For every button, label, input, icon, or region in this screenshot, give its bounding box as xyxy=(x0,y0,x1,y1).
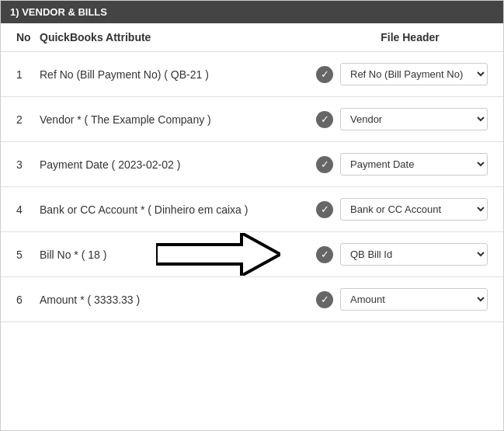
file-header-dropdown[interactable]: Ref No (Bill Payment No)VendorPayment Da… xyxy=(340,63,488,85)
check-circle: ✓ xyxy=(316,246,333,263)
row-file-select[interactable]: Ref No (Bill Payment No)VendorPayment Da… xyxy=(340,243,488,266)
row-check-icon: ✓ xyxy=(309,201,340,218)
row-check-icon: ✓ xyxy=(309,246,340,263)
file-header-dropdown[interactable]: Ref No (Bill Payment No)VendorPayment Da… xyxy=(340,243,488,266)
column-attr-label: QuickBooks Attribute xyxy=(40,31,332,43)
check-circle: ✓ xyxy=(316,291,333,308)
file-header-dropdown[interactable]: Ref No (Bill Payment No)VendorPayment Da… xyxy=(340,198,488,221)
row-file-select[interactable]: Ref No (Bill Payment No)VendorPayment Da… xyxy=(340,108,488,130)
row-check-icon: ✓ xyxy=(309,156,340,173)
row-file-select[interactable]: Ref No (Bill Payment No)VendorPayment Da… xyxy=(340,288,488,311)
check-circle: ✓ xyxy=(316,156,333,173)
table-body: 1 Ref No (Bill Payment No) ( QB-21 ) ✓ R… xyxy=(1,52,503,322)
row-attribute: Bank or CC Account * ( Dinheiro em caixa… xyxy=(40,203,309,216)
file-header-dropdown[interactable]: Ref No (Bill Payment No)VendorPayment Da… xyxy=(340,153,488,176)
row-number: 4 xyxy=(16,203,40,216)
table-row: 5 Bill No * ( 18 ) ✓ Ref No (Bill Paymen… xyxy=(1,232,503,277)
file-header-dropdown[interactable]: Ref No (Bill Payment No)VendorPayment Da… xyxy=(340,288,488,311)
section-header: 1) VENDOR & BILLS xyxy=(1,1,503,23)
row-number: 6 xyxy=(16,294,40,306)
row-attribute: Vendor * ( The Example Company ) xyxy=(40,113,309,126)
file-header-dropdown[interactable]: Ref No (Bill Payment No)VendorPayment Da… xyxy=(340,108,488,130)
check-circle: ✓ xyxy=(316,66,333,83)
table-row: 4 Bank or CC Account * ( Dinheiro em cai… xyxy=(1,187,503,232)
column-file-label: File Header xyxy=(332,31,488,43)
column-no-label: No xyxy=(16,31,40,43)
row-check-icon: ✓ xyxy=(309,291,340,308)
table-header-row: No QuickBooks Attribute File Header xyxy=(1,23,503,52)
row-attribute: Ref No (Bill Payment No) ( QB-21 ) xyxy=(40,68,309,81)
table-row: 1 Ref No (Bill Payment No) ( QB-21 ) ✓ R… xyxy=(1,52,503,97)
row-file-select[interactable]: Ref No (Bill Payment No)VendorPayment Da… xyxy=(340,198,488,221)
row-attribute: Payment Date ( 2023-02-02 ) xyxy=(40,158,309,171)
row-number: 3 xyxy=(16,158,40,171)
row-number: 1 xyxy=(16,68,40,81)
table-row: 6 Amount * ( 3333.33 ) ✓ Ref No (Bill Pa… xyxy=(1,277,503,322)
section-title: 1) VENDOR & BILLS xyxy=(10,6,107,18)
row-number: 5 xyxy=(16,249,40,261)
table-row: 2 Vendor * ( The Example Company ) ✓ Ref… xyxy=(1,97,503,142)
row-attribute: Amount * ( 3333.33 ) xyxy=(40,294,309,306)
table-row: 3 Payment Date ( 2023-02-02 ) ✓ Ref No (… xyxy=(1,142,503,187)
row-file-select[interactable]: Ref No (Bill Payment No)VendorPayment Da… xyxy=(340,63,488,85)
row-check-icon: ✓ xyxy=(309,111,340,128)
check-circle: ✓ xyxy=(316,201,333,218)
check-circle: ✓ xyxy=(316,111,333,128)
row-file-select[interactable]: Ref No (Bill Payment No)VendorPayment Da… xyxy=(340,153,488,176)
row-number: 2 xyxy=(16,113,40,126)
row-attribute: Bill No * ( 18 ) xyxy=(40,249,309,261)
row-check-icon: ✓ xyxy=(309,66,340,83)
